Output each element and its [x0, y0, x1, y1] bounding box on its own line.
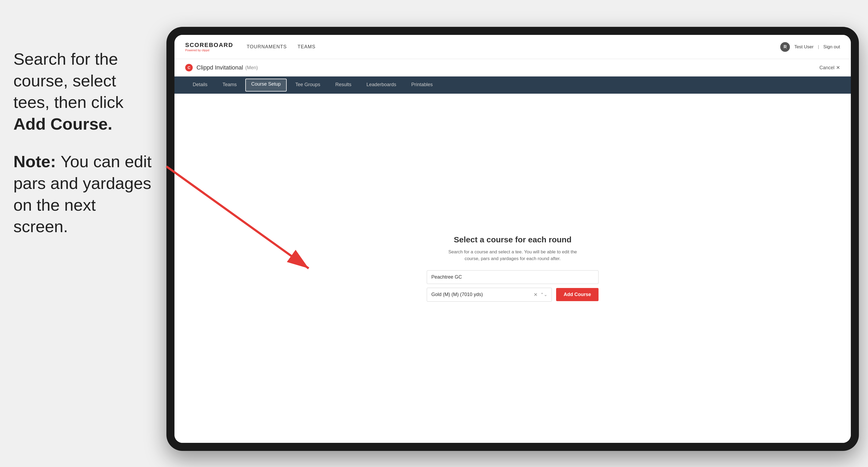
annotation-main: Search for the course, select tees, then… [13, 48, 153, 135]
logo-area: SCOREBOARD Powered by clippd [185, 42, 233, 52]
tournament-bar: C Clippd Invitational (Men) Cancel ✕ [175, 59, 851, 76]
tournament-name: Clippd Invitational [196, 64, 243, 71]
tee-select-value: Gold (M) (M) (7010 yds) [431, 292, 483, 298]
add-course-button[interactable]: Add Course [556, 288, 598, 301]
cancel-icon: ✕ [836, 65, 840, 70]
sign-out-link[interactable]: Sign out [824, 44, 840, 50]
nav-tournaments[interactable]: TOURNAMENTS [247, 44, 287, 50]
annotation-bold: Add Course. [13, 115, 113, 133]
tee-clear-icon[interactable]: ✕ [534, 292, 537, 298]
user-name: Test User [794, 44, 813, 50]
annotation-line1: Search for the [13, 50, 118, 68]
header-separator: | [818, 44, 819, 50]
nav-links: TOURNAMENTS TEAMS [247, 44, 316, 50]
desc-line2: course, pars and yardages for each round… [465, 256, 561, 261]
tab-course-setup[interactable]: Course Setup [245, 79, 287, 92]
tournament-icon: C [185, 64, 193, 71]
course-select-container: Select a course for each round Search fo… [427, 235, 598, 302]
cancel-label: Cancel [819, 65, 834, 70]
tablet-screen: SCOREBOARD Powered by clippd TOURNAMENTS… [175, 35, 851, 443]
section-title: Select a course for each round [454, 235, 571, 244]
annotation-line3: tees, then click [13, 93, 123, 112]
tab-details[interactable]: Details [185, 76, 215, 94]
cancel-button[interactable]: Cancel ✕ [819, 65, 840, 70]
user-avatar: R [780, 42, 790, 52]
logo-title: SCOREBOARD [185, 42, 233, 48]
tablet-device: SCOREBOARD Powered by clippd TOURNAMENTS… [166, 27, 859, 451]
annotation-line2: course, select [13, 71, 116, 90]
tab-leaderboards[interactable]: Leaderboards [359, 76, 404, 94]
tee-select[interactable]: Gold (M) (M) (7010 yds) ✕ ⌃⌄ [427, 288, 552, 302]
note-label: Note: [13, 152, 56, 171]
header-right: R Test User | Sign out [780, 42, 840, 52]
section-description: Search for a course and select a tee. Yo… [448, 249, 577, 262]
tab-results[interactable]: Results [328, 76, 359, 94]
tab-tee-groups[interactable]: Tee Groups [288, 76, 328, 94]
tee-select-controls: ✕ ⌃⌄ [534, 292, 547, 298]
tab-printables[interactable]: Printables [404, 76, 440, 94]
app-header: SCOREBOARD Powered by clippd TOURNAMENTS… [175, 35, 851, 59]
annotation-note: Note: You can edit pars and yardages on … [13, 151, 153, 237]
annotation-area: Search for the course, select tees, then… [0, 38, 166, 248]
tee-arrows-icon[interactable]: ⌃⌄ [540, 292, 547, 297]
tournament-format: (Men) [245, 65, 258, 70]
logo-subtitle: Powered by clippd [185, 49, 233, 52]
tab-teams[interactable]: Teams [215, 76, 244, 94]
tee-select-row: Gold (M) (M) (7010 yds) ✕ ⌃⌄ Add Course [427, 288, 598, 302]
main-content: Select a course for each round Search fo… [175, 94, 851, 443]
nav-teams[interactable]: TEAMS [298, 44, 316, 50]
desc-line1: Search for a course and select a tee. Yo… [448, 249, 577, 254]
course-search-input[interactable] [427, 270, 598, 284]
tab-navigation: Details Teams Course Setup Tee Groups Re… [175, 76, 851, 94]
